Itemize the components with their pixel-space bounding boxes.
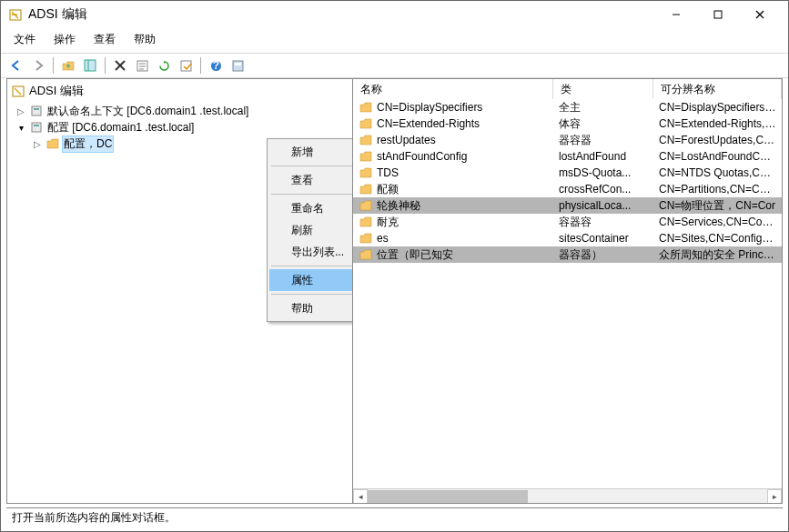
export-button[interactable]	[176, 55, 196, 75]
cell-class: lostAndFound	[553, 150, 653, 163]
tree-node-default-naming[interactable]: ▷ 默认命名上下文 [DC6.domain1 .test.local]	[11, 103, 349, 119]
maximize-button[interactable]	[697, 1, 739, 28]
toolbar-separator	[200, 57, 201, 74]
column-class[interactable]: 类	[553, 79, 653, 99]
scroll-track[interactable]	[368, 489, 767, 503]
svg-rect-16	[233, 61, 243, 71]
refresh-button[interactable]	[154, 55, 174, 75]
toolbar-separator	[53, 57, 54, 74]
scroll-left-button[interactable]: ◂	[353, 489, 368, 503]
list-row[interactable]: essitesContainerCN=Sites,CN=Configuratio…	[353, 230, 782, 246]
scroll-thumb[interactable]	[368, 490, 528, 503]
svg-rect-22	[34, 125, 39, 126]
list-row[interactable]: restUpdates器容器CN=ForestUpdates,CN=Config…	[353, 132, 782, 148]
scroll-right-button[interactable]: ▸	[767, 489, 782, 503]
list-row[interactable]: CN=DisplaySpecifiers全主CN=DisplaySpecifie…	[353, 99, 782, 115]
close-button[interactable]	[739, 1, 781, 28]
tree-root-label: ADSI 编辑	[29, 83, 84, 99]
show-tree-button[interactable]	[80, 55, 100, 75]
tree-pane: ADSI 编辑 ▷ 默认命名上下文 [DC6.domain1 .test.loc…	[7, 79, 353, 503]
cell-name-text: 轮换神秘	[377, 198, 420, 214]
properties-button[interactable]	[132, 55, 152, 75]
toolbar-separator	[105, 57, 106, 74]
cell-name: stAndFoundConfig	[353, 149, 553, 164]
cell-name: CN=Extended-Rights	[353, 116, 553, 131]
app-icon	[11, 84, 25, 98]
minimize-button[interactable]	[655, 1, 697, 28]
folder-icon	[359, 231, 373, 246]
svg-rect-2	[714, 11, 722, 18]
list-row[interactable]: stAndFoundConfiglostAndFoundCN=LostAndFo…	[353, 148, 782, 165]
list-row[interactable]: TDSmsDS-Quota...CN=NTDS Quotas,CN=Config…	[353, 165, 782, 181]
cell-class: 器容器	[553, 133, 653, 148]
status-bar: 打开当前所选内容的属性对话框。	[6, 507, 783, 527]
forward-button[interactable]	[28, 55, 48, 75]
list-row[interactable]: 配额crossRefCon...CN=Partitions,CN=Configu…	[353, 181, 782, 197]
list-row[interactable]: 耐克容器容CN=Services,CN=Configuration,	[353, 214, 782, 230]
list-row[interactable]: CN=Extended-Rights体容CN=Extended-Rights,C…	[353, 115, 782, 132]
cell-dn: CN=Extended-Rights,CN=Confi	[653, 117, 782, 130]
menu-action[interactable]: 操作	[46, 30, 83, 49]
cell-dn: CN=Partitions,CN=Configuratio	[653, 183, 782, 196]
cell-name-text: es	[377, 232, 389, 245]
cell-name: restUpdates	[353, 133, 553, 147]
horizontal-scrollbar[interactable]: ◂ ▸	[353, 488, 782, 503]
folder-icon	[46, 136, 60, 151]
expand-icon[interactable]: ▷	[31, 137, 44, 150]
cell-name-text: restUpdates	[377, 134, 436, 146]
list-row[interactable]: 位置（即已知安器容器）众所周知的安全 Principe	[353, 246, 782, 263]
container-icon	[29, 120, 44, 135]
cell-name: 耐克	[353, 215, 553, 230]
delete-button[interactable]	[110, 55, 130, 75]
ctx-rename[interactable]: 重命名	[269, 197, 353, 219]
svg-rect-20	[34, 108, 39, 110]
column-dn[interactable]: 可分辨名称	[653, 79, 782, 99]
cell-name: 轮换神秘	[353, 198, 553, 214]
ctx-label: 查看	[291, 173, 313, 188]
cell-class: 容器容	[553, 215, 653, 230]
list-row[interactable]: 轮换神秘physicalLoca...CN=物理位置，CN=Cor	[353, 197, 782, 214]
folder-icon	[359, 247, 373, 262]
menu-help[interactable]: 帮助	[126, 30, 163, 49]
folder-icon	[359, 133, 373, 147]
folder-icon	[359, 215, 373, 229]
cell-dn: CN=LostAndFoundConfig,CN=C	[653, 150, 782, 163]
cell-name-text: 耐克	[377, 215, 399, 230]
svg-rect-19	[32, 106, 41, 115]
window-title: ADSI 编辑	[28, 6, 655, 23]
expand-icon[interactable]: ▷	[15, 105, 27, 117]
tree-node-label: 默认命名上下文 [DC6.domain1 .test.local]	[46, 104, 250, 119]
cell-dn: CN=Services,CN=Configuration,	[653, 216, 782, 228]
collapse-icon[interactable]: ▾	[15, 121, 27, 134]
menu-file[interactable]: 文件	[6, 30, 43, 49]
cell-dn: CN=ForestUpdates,CN=Configu	[653, 134, 782, 146]
back-button[interactable]	[6, 55, 26, 75]
ctx-help[interactable]: 帮助	[269, 297, 353, 319]
cell-class: msDS-Quota...	[553, 166, 653, 179]
ctx-view[interactable]: 查看	[269, 169, 353, 191]
ctx-label: 帮助	[291, 301, 313, 316]
menu-bar: 文件 操作 查看 帮助	[1, 28, 788, 53]
cell-class: sitesContainer	[553, 232, 653, 245]
up-button[interactable]	[58, 55, 78, 75]
menu-view[interactable]: 查看	[86, 30, 123, 49]
list-body[interactable]: CN=DisplaySpecifiers全主CN=DisplaySpecifie…	[353, 99, 782, 488]
cell-name: 位置（即已知安	[353, 247, 553, 263]
cell-name-text: 配额	[377, 182, 399, 197]
settings-button[interactable]	[228, 55, 248, 75]
ctx-label: 新增	[291, 145, 313, 160]
help-button[interactable]: ?	[206, 55, 226, 75]
tree-root[interactable]: ADSI 编辑	[7, 79, 352, 101]
tree-node-label: 配置，DC	[62, 136, 114, 153]
svg-rect-5	[85, 60, 96, 71]
ctx-export[interactable]: 导出列表...	[269, 241, 353, 263]
column-name[interactable]: 名称	[353, 79, 553, 99]
workspace: ADSI 编辑 ▷ 默认命名上下文 [DC6.domain1 .test.loc…	[6, 78, 783, 504]
cell-dn: CN=DisplaySpecifiers,CN=Confi	[653, 101, 782, 114]
ctx-new[interactable]: 新增	[269, 141, 353, 163]
tree-node-configuration[interactable]: ▾ 配置 [DC6.domain1 .test.local]	[11, 119, 349, 136]
ctx-properties[interactable]: 属性	[269, 269, 353, 291]
title-bar: ADSI 编辑	[1, 1, 788, 28]
ctx-refresh[interactable]: 刷新	[269, 219, 353, 241]
container-icon	[29, 104, 44, 118]
